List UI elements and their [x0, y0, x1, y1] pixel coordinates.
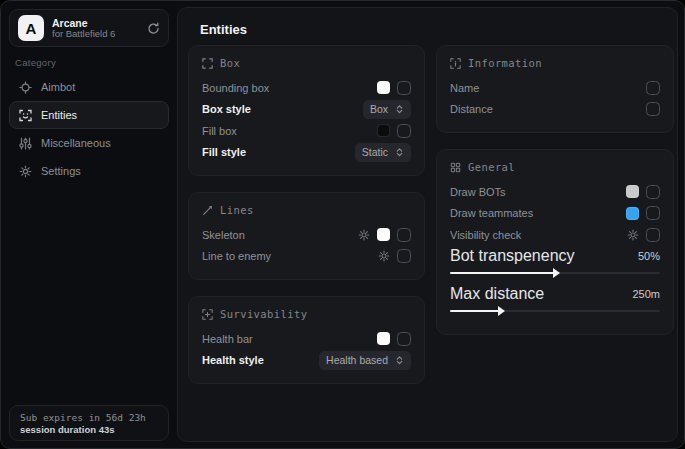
setting-label: Health bar	[202, 333, 253, 345]
gear-icon[interactable]	[358, 229, 370, 241]
health-style-dropdown[interactable]: Health based	[319, 351, 411, 370]
name-checkbox[interactable]	[646, 81, 660, 95]
color-swatch[interactable]	[377, 332, 390, 345]
medical-cross-icon	[202, 309, 213, 320]
app-subtitle: for Battlefield 6	[52, 29, 139, 40]
scan-face-icon	[19, 109, 32, 122]
information-card: Information Name Distance	[436, 45, 674, 133]
sliders-icon	[19, 137, 32, 150]
setting-label: Fill box	[202, 125, 237, 137]
chevron-up-down-icon	[395, 104, 404, 114]
general-card: General Draw BOTs Draw teammates	[436, 149, 674, 335]
visibility-check-checkbox[interactable]	[646, 228, 660, 242]
color-swatch[interactable]	[626, 185, 639, 198]
setting-label: Name	[450, 82, 479, 94]
sidebar: A Arcane for Battlefield 6 Category Aimb…	[1, 1, 177, 448]
card-title: Information	[468, 57, 542, 69]
app-logo: A	[18, 15, 44, 41]
sidebar-item-label: Entities	[41, 109, 77, 121]
setting-row-distance: Distance	[450, 99, 660, 121]
setting-row-box-style: Box style Box	[202, 99, 411, 121]
bounding-box-checkbox[interactable]	[397, 81, 411, 95]
skeleton-checkbox[interactable]	[397, 228, 411, 242]
draw-teammates-checkbox[interactable]	[646, 206, 660, 220]
fill-style-dropdown[interactable]: Static	[355, 143, 411, 162]
setting-row-fill-box: Fill box	[202, 120, 411, 142]
line-to-enemy-checkbox[interactable]	[397, 249, 411, 263]
max-distance-slider[interactable]	[450, 306, 660, 316]
box-style-dropdown[interactable]: Box	[363, 100, 411, 119]
color-swatch[interactable]	[377, 81, 390, 94]
reload-icon[interactable]	[147, 22, 160, 35]
grid-icon	[450, 162, 461, 173]
dropdown-value: Health based	[326, 354, 388, 366]
subscription-status-card: Sub expires in 56d 23h session duration …	[9, 405, 169, 441]
chevron-up-down-icon	[395, 355, 404, 365]
card-title: Box	[220, 57, 240, 69]
fill-box-checkbox[interactable]	[397, 124, 411, 138]
setting-row-health-style: Health style Health based	[202, 350, 411, 372]
color-swatch[interactable]	[626, 207, 639, 220]
setting-label: Skeleton	[202, 229, 245, 241]
setting-row-bot-transparency: Bot transpenency 50%	[450, 246, 660, 266]
health-bar-checkbox[interactable]	[397, 332, 411, 346]
distance-checkbox[interactable]	[646, 102, 660, 116]
session-duration-text: session duration 43s	[20, 424, 158, 435]
lines-card: Lines Skeleton Line to enemy	[188, 192, 425, 280]
info-icon	[450, 58, 461, 69]
sidebar-item-entities[interactable]: Entities	[9, 101, 169, 129]
setting-label: Bot transpenency	[450, 247, 575, 265]
setting-label: Bounding box	[202, 82, 269, 94]
app-window: A Arcane for Battlefield 6 Category Aimb…	[0, 0, 685, 449]
setting-label: Box style	[202, 103, 251, 115]
sidebar-item-miscellaneous[interactable]: Miscellaneous	[9, 129, 169, 157]
max-distance-value: 250m	[632, 288, 660, 300]
gear-icon[interactable]	[627, 229, 639, 241]
bot-transparency-slider[interactable]	[450, 268, 660, 278]
setting-label: Draw teammates	[450, 207, 533, 219]
setting-row-skeleton: Skeleton	[202, 224, 411, 246]
survivability-card: Survivability Health bar Health style He…	[188, 296, 425, 384]
app-name: Arcane	[52, 17, 139, 29]
box-card: Box Bounding box Box style Box	[188, 45, 425, 176]
app-header-card: A Arcane for Battlefield 6	[9, 9, 169, 47]
category-label: Category	[15, 57, 56, 68]
color-swatch[interactable]	[377, 228, 390, 241]
card-title: Lines	[220, 204, 254, 216]
sidebar-item-label: Aimbot	[41, 81, 75, 93]
setting-label: Health style	[202, 354, 264, 366]
sidebar-nav: Aimbot Entities Miscellaneous Settings	[9, 73, 169, 185]
color-swatch[interactable]	[377, 124, 390, 137]
line-icon	[202, 205, 213, 216]
sub-expiry-text: Sub expires in 56d 23h	[20, 412, 158, 423]
sidebar-item-label: Settings	[41, 165, 81, 177]
setting-label: Draw BOTs	[450, 186, 506, 198]
crosshair-icon	[19, 81, 32, 94]
setting-row-draw-bots: Draw BOTs	[450, 181, 660, 203]
setting-row-draw-teammates: Draw teammates	[450, 203, 660, 225]
chevron-up-down-icon	[395, 147, 404, 157]
setting-row-health-bar: Health bar	[202, 328, 411, 350]
sidebar-item-label: Miscellaneous	[41, 137, 111, 149]
setting-label: Max distance	[450, 285, 544, 303]
page-title: Entities	[200, 22, 247, 37]
draw-bots-checkbox[interactable]	[646, 185, 660, 199]
gear-icon	[19, 165, 32, 178]
setting-label: Fill style	[202, 146, 246, 158]
setting-row-max-distance: Max distance 250m	[450, 284, 660, 304]
main-panel: Entities Box Bounding box Box style	[177, 7, 678, 442]
slider-thumb[interactable]	[498, 306, 505, 316]
gear-icon[interactable]	[378, 250, 390, 262]
setting-label: Line to enemy	[202, 250, 271, 262]
setting-label: Distance	[450, 103, 493, 115]
card-title: General	[468, 161, 515, 173]
dropdown-value: Static	[362, 146, 388, 158]
sidebar-item-aimbot[interactable]: Aimbot	[9, 73, 169, 101]
dropdown-value: Box	[370, 103, 388, 115]
sidebar-item-settings[interactable]: Settings	[9, 157, 169, 185]
slider-thumb[interactable]	[553, 268, 560, 278]
setting-row-bounding-box: Bounding box	[202, 77, 411, 99]
bot-transparency-value: 50%	[638, 250, 660, 262]
box-corners-icon	[202, 58, 213, 69]
card-title: Survivability	[220, 308, 307, 320]
